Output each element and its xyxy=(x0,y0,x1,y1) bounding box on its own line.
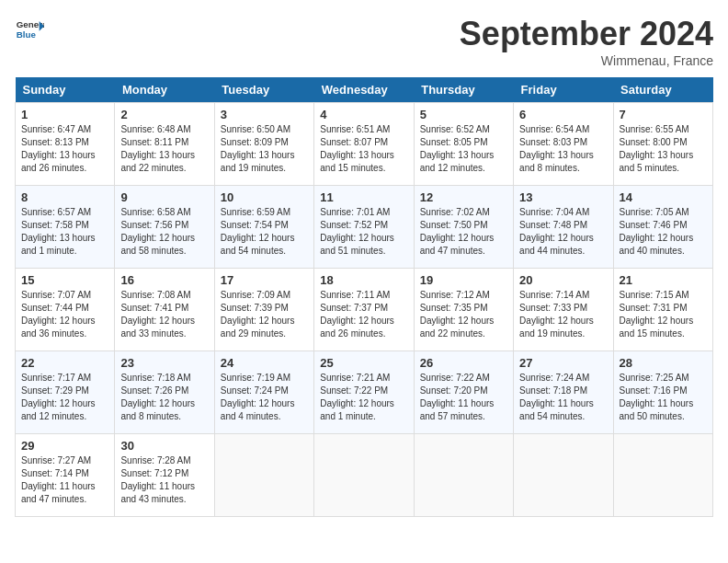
day-number: 5 xyxy=(420,108,507,121)
day-number: 12 xyxy=(420,190,507,204)
day-info: Sunrise: 7:04 AM Sunset: 7:48 PM Dayligh… xyxy=(519,206,607,258)
calendar-cell: 2Sunrise: 6:48 AM Sunset: 8:11 PM Daylig… xyxy=(115,103,214,186)
day-info: Sunrise: 6:58 AM Sunset: 7:56 PM Dayligh… xyxy=(120,206,208,258)
calendar-cell: 6Sunrise: 6:54 AM Sunset: 8:03 PM Daylig… xyxy=(514,103,613,186)
calendar-cell: 7Sunrise: 6:55 AM Sunset: 8:00 PM Daylig… xyxy=(613,103,712,186)
day-number: 11 xyxy=(320,190,407,204)
day-number: 6 xyxy=(519,108,607,121)
day-info: Sunrise: 7:27 AM Sunset: 7:14 PM Dayligh… xyxy=(21,454,108,506)
day-number: 19 xyxy=(420,273,507,287)
day-number: 29 xyxy=(21,439,108,453)
title-block: September 2024 Wimmenau, France xyxy=(460,15,713,68)
day-number: 17 xyxy=(221,273,308,287)
day-number: 18 xyxy=(320,273,407,287)
logo-icon: General Blue xyxy=(15,15,44,44)
day-number: 10 xyxy=(221,190,308,204)
weekday-header-tuesday: Tuesday xyxy=(214,77,313,103)
calendar-week-1: 1Sunrise: 6:47 AM Sunset: 8:13 PM Daylig… xyxy=(16,103,713,186)
calendar-week-4: 22Sunrise: 7:17 AM Sunset: 7:29 PM Dayli… xyxy=(16,351,713,434)
day-info: Sunrise: 6:50 AM Sunset: 8:09 PM Dayligh… xyxy=(221,123,308,175)
page-header: General Blue September 2024 Wimmenau, Fr… xyxy=(15,15,713,68)
calendar-cell: 26Sunrise: 7:22 AM Sunset: 7:20 PM Dayli… xyxy=(414,351,513,434)
day-info: Sunrise: 7:21 AM Sunset: 7:22 PM Dayligh… xyxy=(320,372,407,423)
calendar-cell: 25Sunrise: 7:21 AM Sunset: 7:22 PM Dayli… xyxy=(314,351,414,434)
day-number: 2 xyxy=(120,108,208,121)
weekday-header-friday: Friday xyxy=(514,77,613,103)
calendar-cell: 27Sunrise: 7:24 AM Sunset: 7:18 PM Dayli… xyxy=(514,351,613,434)
calendar-header-row: SundayMondayTuesdayWednesdayThursdayFrid… xyxy=(16,77,713,103)
day-info: Sunrise: 6:51 AM Sunset: 8:07 PM Dayligh… xyxy=(320,123,407,175)
day-info: Sunrise: 6:54 AM Sunset: 8:03 PM Dayligh… xyxy=(519,123,607,175)
day-info: Sunrise: 7:18 AM Sunset: 7:26 PM Dayligh… xyxy=(120,372,208,423)
calendar-cell: 13Sunrise: 7:04 AM Sunset: 7:48 PM Dayli… xyxy=(514,186,613,269)
day-number: 27 xyxy=(519,356,607,370)
calendar-title: September 2024 xyxy=(460,15,713,53)
calendar-week-2: 8Sunrise: 6:57 AM Sunset: 7:58 PM Daylig… xyxy=(16,186,713,269)
calendar-cell: 23Sunrise: 7:18 AM Sunset: 7:26 PM Dayli… xyxy=(115,351,214,434)
day-info: Sunrise: 6:47 AM Sunset: 8:13 PM Dayligh… xyxy=(21,123,108,175)
calendar-cell xyxy=(514,434,613,517)
calendar-subtitle: Wimmenau, France xyxy=(460,53,713,68)
calendar-cell xyxy=(214,434,313,517)
day-info: Sunrise: 7:19 AM Sunset: 7:24 PM Dayligh… xyxy=(221,372,308,423)
calendar-cell: 15Sunrise: 7:07 AM Sunset: 7:44 PM Dayli… xyxy=(16,269,115,351)
day-info: Sunrise: 6:59 AM Sunset: 7:54 PM Dayligh… xyxy=(221,206,308,258)
calendar-cell xyxy=(414,434,513,517)
day-info: Sunrise: 6:52 AM Sunset: 8:05 PM Dayligh… xyxy=(420,123,507,175)
day-number: 20 xyxy=(519,273,607,287)
day-number: 24 xyxy=(221,356,308,370)
day-info: Sunrise: 7:24 AM Sunset: 7:18 PM Dayligh… xyxy=(519,372,607,423)
day-number: 30 xyxy=(120,439,208,453)
day-number: 14 xyxy=(620,190,707,204)
calendar-cell: 28Sunrise: 7:25 AM Sunset: 7:16 PM Dayli… xyxy=(613,351,712,434)
day-info: Sunrise: 7:07 AM Sunset: 7:44 PM Dayligh… xyxy=(21,289,108,340)
day-number: 28 xyxy=(620,356,707,370)
day-info: Sunrise: 7:12 AM Sunset: 7:35 PM Dayligh… xyxy=(420,289,507,340)
calendar-cell: 5Sunrise: 6:52 AM Sunset: 8:05 PM Daylig… xyxy=(414,103,513,186)
day-number: 8 xyxy=(21,190,108,204)
calendar-cell: 17Sunrise: 7:09 AM Sunset: 7:39 PM Dayli… xyxy=(214,269,313,351)
calendar-cell: 16Sunrise: 7:08 AM Sunset: 7:41 PM Dayli… xyxy=(115,269,214,351)
day-info: Sunrise: 6:48 AM Sunset: 8:11 PM Dayligh… xyxy=(120,123,208,175)
calendar-cell: 29Sunrise: 7:27 AM Sunset: 7:14 PM Dayli… xyxy=(16,434,115,517)
calendar-cell: 9Sunrise: 6:58 AM Sunset: 7:56 PM Daylig… xyxy=(115,186,214,269)
day-info: Sunrise: 7:17 AM Sunset: 7:29 PM Dayligh… xyxy=(21,372,108,423)
day-info: Sunrise: 7:25 AM Sunset: 7:16 PM Dayligh… xyxy=(620,372,707,423)
calendar-cell: 22Sunrise: 7:17 AM Sunset: 7:29 PM Dayli… xyxy=(16,351,115,434)
weekday-header-sunday: Sunday xyxy=(16,77,115,103)
weekday-header-monday: Monday xyxy=(115,77,214,103)
day-number: 16 xyxy=(120,273,208,287)
calendar-week-3: 15Sunrise: 7:07 AM Sunset: 7:44 PM Dayli… xyxy=(16,269,713,351)
svg-text:Blue: Blue xyxy=(17,29,37,40)
day-info: Sunrise: 7:01 AM Sunset: 7:52 PM Dayligh… xyxy=(320,206,407,258)
day-info: Sunrise: 6:57 AM Sunset: 7:58 PM Dayligh… xyxy=(21,206,108,258)
day-number: 4 xyxy=(320,108,407,121)
day-info: Sunrise: 7:08 AM Sunset: 7:41 PM Dayligh… xyxy=(120,289,208,340)
calendar-cell: 12Sunrise: 7:02 AM Sunset: 7:50 PM Dayli… xyxy=(414,186,513,269)
weekday-header-thursday: Thursday xyxy=(414,77,513,103)
calendar-cell: 11Sunrise: 7:01 AM Sunset: 7:52 PM Dayli… xyxy=(314,186,414,269)
weekday-header-wednesday: Wednesday xyxy=(314,77,414,103)
day-info: Sunrise: 7:14 AM Sunset: 7:33 PM Dayligh… xyxy=(519,289,607,340)
day-number: 9 xyxy=(120,190,208,204)
calendar-cell: 3Sunrise: 6:50 AM Sunset: 8:09 PM Daylig… xyxy=(214,103,313,186)
day-number: 3 xyxy=(221,108,308,121)
calendar-cell: 14Sunrise: 7:05 AM Sunset: 7:46 PM Dayli… xyxy=(613,186,712,269)
day-number: 15 xyxy=(21,273,108,287)
calendar-cell: 24Sunrise: 7:19 AM Sunset: 7:24 PM Dayli… xyxy=(214,351,313,434)
day-info: Sunrise: 7:28 AM Sunset: 7:12 PM Dayligh… xyxy=(120,454,208,506)
day-number: 23 xyxy=(120,356,208,370)
calendar-cell: 8Sunrise: 6:57 AM Sunset: 7:58 PM Daylig… xyxy=(16,186,115,269)
day-number: 21 xyxy=(620,273,707,287)
calendar-cell: 30Sunrise: 7:28 AM Sunset: 7:12 PM Dayli… xyxy=(115,434,214,517)
day-info: Sunrise: 7:02 AM Sunset: 7:50 PM Dayligh… xyxy=(420,206,507,258)
calendar-table: SundayMondayTuesdayWednesdayThursdayFrid… xyxy=(15,77,713,517)
weekday-header-saturday: Saturday xyxy=(613,77,712,103)
day-info: Sunrise: 7:09 AM Sunset: 7:39 PM Dayligh… xyxy=(221,289,308,340)
day-info: Sunrise: 7:05 AM Sunset: 7:46 PM Dayligh… xyxy=(620,206,707,258)
day-number: 22 xyxy=(21,356,108,370)
calendar-cell: 1Sunrise: 6:47 AM Sunset: 8:13 PM Daylig… xyxy=(16,103,115,186)
day-info: Sunrise: 7:11 AM Sunset: 7:37 PM Dayligh… xyxy=(320,289,407,340)
calendar-cell: 19Sunrise: 7:12 AM Sunset: 7:35 PM Dayli… xyxy=(414,269,513,351)
day-info: Sunrise: 6:55 AM Sunset: 8:00 PM Dayligh… xyxy=(620,123,707,175)
